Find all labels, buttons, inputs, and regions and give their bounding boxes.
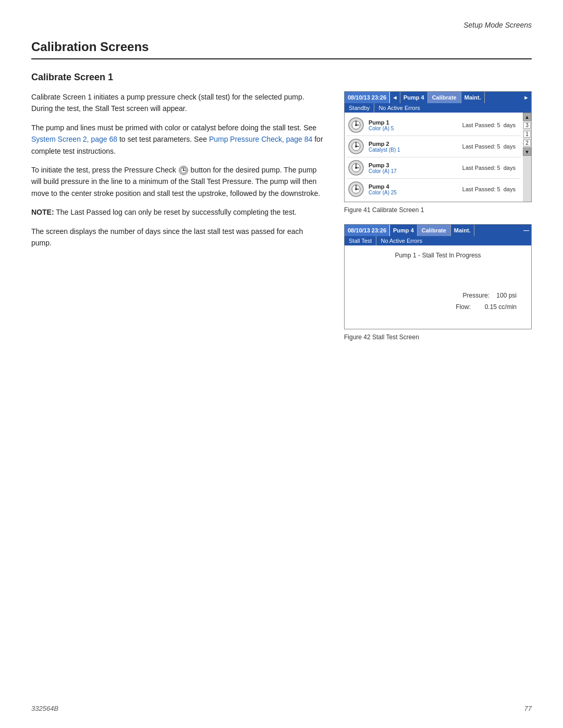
statusbar-left-1: Standby <box>345 103 374 113</box>
pump-icon-4[interactable] <box>348 181 364 198</box>
scroll-num-2: 2 <box>523 140 531 146</box>
stall-progress-text: Pump 1 - Stall Test In Progress <box>349 252 527 259</box>
pump-row-1: Pump 1 Color (A) 5 Last Passed: 5 days <box>347 115 521 136</box>
titlebar-calibrate-1[interactable]: Calibrate <box>428 92 461 103</box>
flow-label: Flow: <box>456 303 471 311</box>
calibrate-screen-1-widget: 08/10/13 23:26 ◄ Pump 4 Calibrate Maint.… <box>344 91 532 202</box>
scroll-num-3: 3 <box>523 122 531 129</box>
paragraph-2: The pump and lines must be primed with c… <box>31 122 323 157</box>
stall-values: Pressure: 100 psi Flow: 0.15 cc/min <box>349 290 527 313</box>
screen-statusbar-1: Standby No Active Errors <box>345 103 531 113</box>
paragraph-1: Calibrate Screen 1 initiates a pump pres… <box>31 91 323 115</box>
pump-1-name: Pump 1 <box>369 119 462 126</box>
pump-2-info: Pump 2 Catalyst (B) 1 <box>369 141 462 153</box>
flow-value: 0.15 cc/min <box>485 303 517 311</box>
screen-statusbar-2: Stall Test No Active Errors <box>345 236 531 245</box>
statusbar-stall-right: No Active Errors <box>376 238 426 244</box>
footer-doc-number: 332564B <box>31 705 58 712</box>
pump-1-lastpassed: Last Passed: 5 days <box>462 122 516 128</box>
stall-screen-body: Pump 1 - Stall Test In Progress Pressure… <box>345 245 531 329</box>
figure-41-caption: Figure 41 Calibrate Screen 1 <box>344 206 532 214</box>
link-system-screen[interactable]: System Screen 2, page 68 <box>31 135 117 143</box>
pump-icon-2[interactable] <box>348 138 364 155</box>
svg-point-5 <box>355 124 357 126</box>
titlebar-maint-1[interactable]: Maint. <box>461 92 485 103</box>
pressure-row: Pressure: 100 psi <box>349 290 517 302</box>
pump-4-lastpassed: Last Passed: 5 days <box>462 186 516 192</box>
pump-3-info: Pump 3 Color (A) 17 <box>369 162 462 174</box>
pump-1-color: Color (A) 5 <box>369 126 462 131</box>
footer-page-number: 77 <box>524 705 532 712</box>
subsection-title: Calibrate Screen 1 <box>31 72 532 83</box>
pressure-value: 100 psi <box>496 292 517 299</box>
pump-3-color: Color (A) 17 <box>369 168 462 174</box>
svg-point-8 <box>355 145 357 147</box>
titlebar-calibrate-2[interactable]: Calibrate <box>418 225 451 236</box>
pump-3-lastpassed: Last Passed: 5 days <box>462 165 516 171</box>
figure-42-caption: Figure 42 Stall Test Screen <box>344 334 532 341</box>
scroll-down-btn-1[interactable]: ▼ <box>523 147 531 156</box>
pressure-check-icon <box>178 165 189 176</box>
paragraph-last: The screen displays the number of days s… <box>31 226 323 249</box>
screen-titlebar-1: 08/10/13 23:26 ◄ Pump 4 Calibrate Maint.… <box>345 92 531 103</box>
pump-1-info: Pump 1 Color (A) 5 <box>369 119 462 131</box>
titlebar-dash-2: — <box>521 225 531 236</box>
screen-body-1: Pump 1 Color (A) 5 Last Passed: 5 days <box>345 113 531 202</box>
pump-4-info: Pump 4 Color (A) 25 <box>369 183 462 195</box>
pump-2-name: Pump 2 <box>369 141 462 147</box>
titlebar-back-1[interactable]: ◄ <box>390 92 400 103</box>
pump-2-lastpassed: Last Passed: 5 days <box>462 143 516 150</box>
svg-point-11 <box>355 167 357 169</box>
pump-row-3: Pump 3 Color (A) 17 Last Passed: 5 days <box>347 157 521 179</box>
statusbar-right-1: No Active Errors <box>374 105 424 111</box>
scroll-num-1: 1 <box>523 131 531 138</box>
titlebar-time-2: 08/10/13 23:26 <box>345 225 390 236</box>
pump-icon-3[interactable] <box>348 159 364 176</box>
pump-4-color: Color (A) 25 <box>369 190 462 195</box>
svg-point-2 <box>182 170 184 171</box>
scrollbar-1: ▲ 3 1 2 ▼ <box>523 113 531 202</box>
flow-row: Flow: 0.15 cc/min <box>349 302 517 313</box>
pump-3-name: Pump 3 <box>369 162 462 168</box>
page-footer: 332564B 77 <box>31 705 532 712</box>
titlebar-forward-1[interactable]: ► <box>521 92 531 103</box>
statusbar-stall-left: Stall Test <box>345 236 376 245</box>
left-column: Calibrate Screen 1 initiates a pump pres… <box>31 91 323 351</box>
scroll-up-btn-1[interactable]: ▲ <box>523 113 531 121</box>
pump-4-name: Pump 4 <box>369 183 462 190</box>
titlebar-pump-2: Pump 4 <box>390 225 418 236</box>
paragraph-4: To initiate the test, press the Pressure… <box>31 164 323 199</box>
svg-point-14 <box>355 188 357 190</box>
right-column: 08/10/13 23:26 ◄ Pump 4 Calibrate Maint.… <box>344 91 532 351</box>
section-title: Calibration Screens <box>31 40 532 59</box>
pump-2-color: Catalyst (B) 1 <box>369 147 462 153</box>
link-pump-pressure[interactable]: Pump Pressure Check, page 84 <box>209 135 312 143</box>
titlebar-time-1: 08/10/13 23:26 <box>345 92 390 103</box>
pressure-label: Pressure: <box>463 292 489 299</box>
stall-test-screen-widget: 08/10/13 23:26 Pump 4 Calibrate Maint. —… <box>344 224 532 329</box>
note: NOTE: The Last Passed log can only be re… <box>31 206 323 218</box>
pump-row-4: Pump 4 Color (A) 25 Last Passed: 5 days <box>347 179 521 200</box>
screen-titlebar-2: 08/10/13 23:26 Pump 4 Calibrate Maint. — <box>345 225 531 236</box>
pump-icon-1[interactable] <box>348 117 364 133</box>
titlebar-maint-2[interactable]: Maint. <box>451 225 474 236</box>
page-header-italic: Setup Mode Screens <box>31 21 532 29</box>
titlebar-pump-1: Pump 4 <box>400 92 428 103</box>
pump-row-2: Pump 2 Catalyst (B) 1 Last Passed: 5 day… <box>347 136 521 157</box>
